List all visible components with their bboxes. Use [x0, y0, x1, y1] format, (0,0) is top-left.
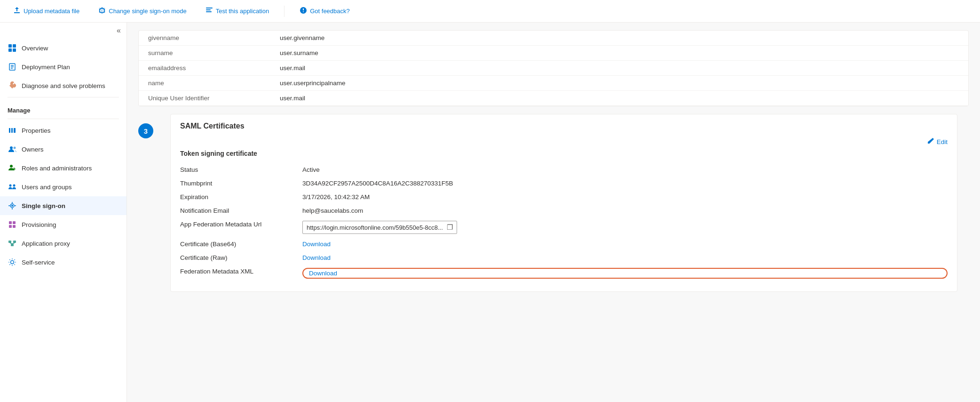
sidebar-item-deployment-plan[interactable]: Deployment Plan [0, 57, 126, 76]
step-col: 3 [138, 114, 153, 138]
change-sso-button[interactable]: Change single sign-on mode [95, 5, 190, 17]
cert-value-status: Active [302, 166, 948, 173]
test-application-button[interactable]: Test this application [202, 5, 273, 17]
sidebar-label-properties: Properties [22, 127, 51, 134]
svg-rect-29 [11, 244, 14, 246]
content-area: givenname user.givenname surname user.su… [127, 23, 980, 402]
svg-rect-3 [8, 44, 12, 48]
sidebar-label-overview: Overview [22, 45, 48, 52]
sidebar-label-roles: Roles and administrators [22, 165, 92, 172]
svg-point-32 [11, 261, 14, 264]
saml-card: SAML Certificates Edit Token signing cer… [159, 114, 969, 299]
cert-download-link-cert-raw[interactable]: Download [302, 254, 948, 261]
people-group-icon [8, 182, 17, 192]
token-cert-title: Token signing certificate [180, 150, 948, 157]
edit-button[interactable]: Edit [927, 138, 948, 146]
cert-row-cert-raw: Certificate (Raw) Download [180, 251, 948, 265]
upload-metadata-button[interactable]: Upload metadata file [9, 5, 83, 17]
people-icon [8, 145, 17, 154]
attr-value: user.mail [270, 61, 968, 76]
svg-rect-4 [13, 44, 16, 48]
attr-value: user.mail [270, 91, 968, 106]
cert-row-thumbprint: Thumbprint 3D34A92CF2957A2500D4C8A16A2C3… [180, 177, 948, 190]
metadata-url-box: https://login.microsoftonline.com/59b550… [302, 221, 457, 234]
svg-rect-12 [11, 128, 13, 133]
svg-rect-28 [13, 241, 16, 243]
sidebar-label-deployment: Deployment Plan [22, 64, 70, 71]
copy-icon[interactable]: ❐ [447, 223, 453, 232]
cert-row-cert-base64: Certificate (Base64) Download [180, 237, 948, 251]
attr-claim: surname [139, 46, 270, 61]
sidebar-divider-2 [8, 119, 119, 119]
attr-row: surname user.surname [139, 46, 968, 61]
sidebar-label-provisioning: Provisioning [22, 221, 56, 228]
sidebar-label-users-groups: Users and groups [22, 184, 72, 191]
cert-row-notification-email: Notification Email help@saucelabs.com [180, 204, 948, 217]
attr-claim: Unique User Identifier [139, 91, 270, 106]
svg-rect-0 [206, 8, 213, 8]
svg-rect-26 [13, 225, 16, 228]
cert-label-notification-email: Notification Email [180, 207, 293, 214]
person-add-icon [8, 163, 17, 173]
saml-section-wrapper: 3 SAML Certificates Edit [138, 114, 980, 299]
saml-body: Edit Token signing certificate Status Ac… [171, 134, 957, 291]
svg-rect-23 [9, 221, 12, 224]
metadata-url-text: https://login.microsoftonline.com/59b550… [307, 224, 443, 231]
sidebar-label-app-proxy: Application proxy [22, 240, 70, 247]
cert-label-app-federation-url: App Federation Metadata Url [180, 221, 293, 228]
svg-point-15 [14, 147, 16, 149]
manage-section-title: Manage [0, 99, 126, 117]
sidebar-item-overview[interactable]: Overview [0, 39, 126, 57]
cert-value-expiration: 3/17/2026, 10:42:32 AM [302, 193, 948, 201]
svg-rect-11 [9, 128, 10, 133]
sidebar-item-diagnose[interactable]: Diagnose and solve problems [0, 76, 126, 95]
svg-rect-13 [14, 128, 16, 133]
sidebar-item-self-service[interactable]: Self-service [0, 253, 126, 272]
svg-line-30 [10, 243, 12, 244]
cert-fields: Status Active Thumbprint 3D34A92CF2957A2… [180, 163, 948, 282]
cert-value-notification-email: help@saucelabs.com [302, 207, 948, 214]
sidebar-label-sso: Single sign-on [22, 202, 65, 209]
svg-rect-24 [13, 221, 16, 224]
provisioning-icon [8, 220, 17, 229]
cert-label-federation-metadata-xml: Federation Metadata XML [180, 268, 293, 275]
attributes-table: givenname user.givenname surname user.su… [139, 31, 968, 106]
attr-value: user.userprincipalname [270, 76, 968, 91]
attr-claim: givenname [139, 31, 270, 46]
cert-row-federation-metadata-xml: Federation Metadata XML Download [180, 265, 948, 282]
proxy-icon [8, 239, 17, 248]
edit-area: Edit [180, 134, 948, 150]
sidebar-item-owners[interactable]: Owners [0, 140, 126, 159]
sidebar-item-app-proxy[interactable]: Application proxy [0, 234, 126, 253]
cert-download-link-cert-base64[interactable]: Download [302, 241, 948, 248]
cert-row-app-federation-url: App Federation Metadata Url https://logi… [180, 217, 948, 237]
grid-icon [8, 43, 17, 53]
feedback-button[interactable]: Got feedback? [296, 5, 354, 17]
cert-label-expiration: Expiration [180, 193, 293, 201]
cert-download-highlighted-federation-metadata-xml[interactable]: Download [302, 268, 948, 279]
bars-icon [8, 126, 17, 135]
attr-row: emailaddress user.mail [139, 61, 968, 76]
book-icon [8, 62, 17, 72]
saml-section-title: SAML Certificates [171, 114, 957, 134]
cert-label-cert-raw: Certificate (Raw) [180, 254, 293, 261]
sidebar-item-users-groups[interactable]: Users and groups [0, 177, 126, 196]
cert-label-thumbprint: Thumbprint [180, 180, 293, 187]
cert-label-status: Status [180, 166, 293, 173]
svg-rect-1 [206, 9, 211, 10]
sign-on-icon [8, 201, 17, 210]
toolbar: Upload metadata file Change single sign-… [0, 0, 980, 23]
sidebar-item-single-sign-on[interactable]: Single sign-on [0, 196, 126, 215]
self-service-icon [8, 257, 17, 267]
sidebar-item-roles[interactable]: Roles and administrators [0, 159, 126, 177]
cert-label-cert-base64: Certificate (Base64) [180, 241, 293, 248]
attr-row: Unique User Identifier user.mail [139, 91, 968, 106]
edit-pencil-icon [927, 138, 934, 146]
collapse-sidebar-button[interactable]: « [117, 26, 121, 35]
svg-line-31 [12, 243, 15, 244]
sidebar-item-provisioning[interactable]: Provisioning [0, 215, 126, 234]
svg-point-14 [10, 146, 13, 149]
svg-rect-5 [8, 48, 12, 52]
svg-rect-2 [206, 11, 212, 12]
sidebar-item-properties[interactable]: Properties [0, 121, 126, 140]
